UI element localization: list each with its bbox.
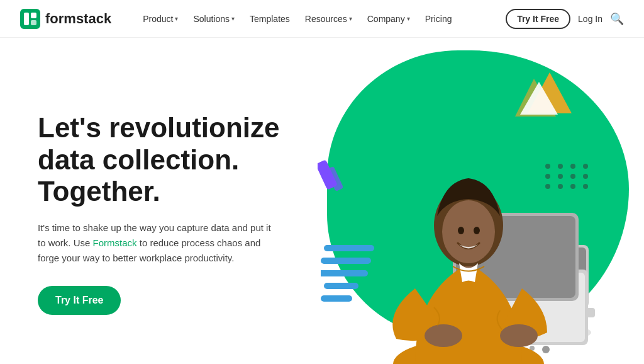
blue-chevron-decoration (321, 236, 377, 307)
nav-login-link[interactable]: Log In (578, 14, 602, 24)
nav-pricing[interactable]: Pricing (419, 10, 458, 28)
person-illustration (333, 74, 604, 364)
hero-subtext: It's time to shake up the way you captur… (38, 220, 277, 266)
navbar: formstack Product ▾ Solutions ▾ Template… (0, 0, 644, 38)
svg-rect-3 (31, 20, 36, 25)
purple-decoration (318, 157, 349, 204)
nav-resources[interactable]: Resources ▾ (299, 10, 358, 28)
nav-product[interactable]: Product ▾ (136, 10, 184, 28)
nav-try-button[interactable]: Try It Free (506, 9, 570, 29)
hero-headline: Let's revolutionize data collection. Tog… (38, 112, 302, 208)
product-chevron-icon: ▾ (175, 15, 178, 22)
hero-right (302, 63, 606, 364)
hero-cta-button[interactable]: Try It Free (38, 286, 121, 315)
logo-text: formstack (45, 11, 111, 27)
hero-left: Let's revolutionize data collection. Tog… (38, 112, 302, 315)
svg-point-18 (458, 227, 464, 234)
svg-point-20 (425, 324, 462, 347)
resources-chevron-icon: ▾ (349, 15, 352, 22)
logo-link[interactable]: formstack (20, 9, 111, 29)
company-chevron-icon: ▾ (407, 15, 410, 22)
search-icon[interactable]: 🔍 (610, 12, 624, 26)
nav-right: Try It Free Log In 🔍 (506, 9, 624, 29)
nav-links: Product ▾ Solutions ▾ Templates Resource… (136, 10, 506, 28)
svg-point-17 (442, 200, 495, 263)
solutions-chevron-icon: ▾ (231, 15, 235, 22)
svg-point-21 (500, 324, 538, 347)
svg-rect-1 (24, 13, 29, 25)
nav-templates[interactable]: Templates (243, 10, 296, 28)
svg-rect-0 (20, 9, 40, 29)
nav-solutions[interactable]: Solutions ▾ (187, 10, 241, 28)
nav-company[interactable]: Company ▾ (361, 10, 416, 28)
hero-section: Let's revolutionize data collection. Tog… (0, 38, 644, 364)
svg-point-19 (474, 227, 480, 234)
logo-icon (20, 9, 40, 29)
formstack-link[interactable]: Formstack (93, 237, 137, 248)
svg-rect-2 (31, 13, 36, 18)
